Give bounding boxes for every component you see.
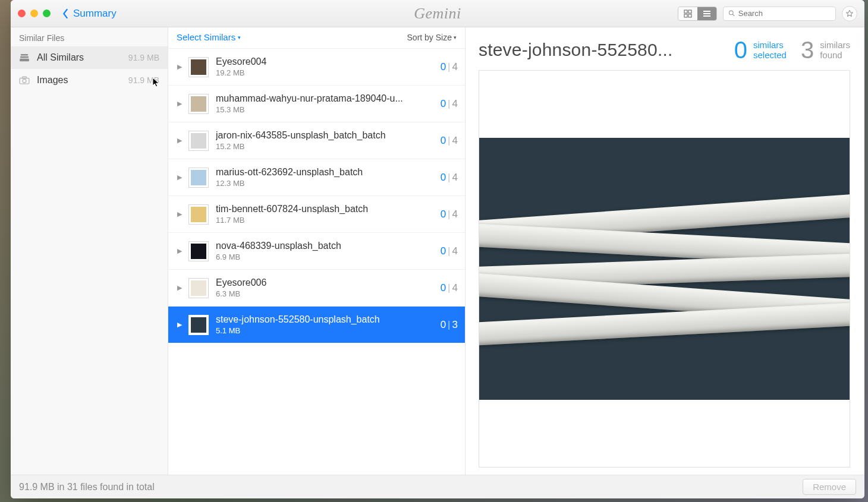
file-row[interactable]: ▶steve-johnson-552580-unsplash_batch5.1 …: [168, 307, 465, 343]
preview-image: [479, 138, 850, 399]
file-thumbnail: [188, 131, 209, 151]
search-icon: [728, 10, 735, 17]
selected-count: 0: [441, 98, 446, 109]
file-counts: 0|4: [436, 245, 458, 257]
sort-label: Sort by Size: [407, 33, 452, 42]
search-input[interactable]: [738, 9, 831, 18]
file-size: 6.3 MB: [216, 289, 436, 298]
disclosure-triangle-icon[interactable]: ▶: [174, 100, 185, 108]
file-row[interactable]: ▶nova-468339-unsplash_batch6.9 MB0|4: [168, 233, 465, 270]
selected-count: 0: [441, 245, 446, 257]
star-icon: [845, 10, 854, 18]
list-icon: [703, 10, 711, 18]
traffic-lights: [18, 10, 51, 17]
total-count: 3: [452, 319, 458, 330]
selected-count: 0: [441, 61, 446, 72]
found-count: 3: [801, 38, 814, 62]
sidebar-item-all-similars[interactable]: All Similars 91.9 MB: [11, 46, 168, 69]
selected-label-1: similars: [753, 40, 787, 50]
file-thumbnail: [188, 204, 209, 225]
file-list[interactable]: ▶Eyesore00419.2 MB0|4▶muhammad-wahyu-nur…: [168, 49, 465, 475]
file-meta: muhammad-wahyu-nur-pratama-189040-u...15…: [216, 93, 436, 114]
svg-line-8: [732, 14, 734, 16]
svg-rect-3: [688, 14, 691, 17]
svg-rect-2: [684, 14, 687, 17]
file-row[interactable]: ▶jaron-nix-643585-unsplash_batch_batch15…: [168, 122, 465, 159]
file-counts: 0|4: [436, 282, 458, 294]
total-count: 4: [452, 282, 458, 293]
grid-icon: [684, 10, 692, 18]
file-name: marius-ott-623692-unsplash_batch: [216, 167, 436, 178]
selected-count: 0: [441, 209, 446, 220]
file-meta: marius-ott-623692-unsplash_batch12.3 MB: [216, 167, 436, 188]
file-meta: Eyesore00419.2 MB: [216, 56, 436, 77]
sidebar-item-images[interactable]: Images 91.9 MB: [11, 69, 168, 91]
detail-header: steve-johnson-552580... 0 similars selec…: [479, 38, 850, 62]
selected-count: 0: [441, 172, 446, 183]
file-row[interactable]: ▶tim-bennett-607824-unsplash_batch11.7 M…: [168, 196, 465, 233]
remove-button[interactable]: Remove: [803, 479, 856, 495]
file-meta: tim-bennett-607824-unsplash_batch11.7 MB: [216, 204, 436, 225]
file-thumbnail: [188, 278, 209, 298]
file-size: 12.3 MB: [216, 179, 436, 188]
search-field[interactable]: [723, 7, 836, 21]
file-row[interactable]: ▶muhammad-wahyu-nur-pratama-189040-u...1…: [168, 86, 465, 122]
file-row[interactable]: ▶Eyesore00419.2 MB0|4: [168, 49, 465, 86]
disclosure-triangle-icon[interactable]: ▶: [174, 137, 185, 144]
file-thumbnail: [188, 241, 209, 261]
chevron-down-icon: ▾: [238, 34, 241, 40]
back-button[interactable]: Summary: [61, 8, 117, 20]
select-similars-label: Select Similars: [177, 32, 235, 42]
maximize-window-button[interactable]: [43, 10, 51, 17]
file-counts: 0|3: [436, 319, 458, 331]
list-view-button[interactable]: [697, 7, 716, 20]
app-window: Summary Gemini: [11, 0, 864, 498]
total-count: 4: [452, 172, 458, 183]
titlebar-right: [678, 6, 857, 21]
sort-button[interactable]: Sort by Size ▾: [407, 33, 457, 42]
view-toggle: [678, 7, 717, 21]
file-name: muhammad-wahyu-nur-pratama-189040-u...: [216, 93, 436, 104]
stat-selected: 0 similars selected: [734, 38, 787, 62]
sidebar-item-size: 91.9 MB: [128, 53, 159, 62]
svg-rect-0: [684, 10, 687, 13]
disclosure-triangle-icon[interactable]: ▶: [174, 63, 185, 71]
preview-frame: [479, 70, 850, 468]
file-thumbnail: [188, 57, 209, 77]
svg-point-7: [729, 11, 733, 15]
close-window-button[interactable]: [18, 10, 26, 17]
file-size: 5.1 MB: [216, 326, 436, 335]
grid-view-button[interactable]: [678, 7, 697, 20]
back-label: Summary: [73, 8, 117, 20]
chevron-down-icon: ▾: [454, 34, 457, 40]
total-count: 4: [452, 135, 458, 146]
file-size: 19.2 MB: [216, 68, 436, 77]
disclosure-triangle-icon[interactable]: ▶: [174, 210, 185, 218]
file-name: tim-bennett-607824-unsplash_batch: [216, 204, 436, 214]
svg-rect-5: [703, 13, 710, 14]
disclosure-triangle-icon[interactable]: ▶: [174, 247, 185, 255]
file-list-header: Select Similars ▾ Sort by Size ▾: [168, 27, 465, 49]
file-thumbnail: [188, 94, 209, 114]
file-row[interactable]: ▶marius-ott-623692-unsplash_batch12.3 MB…: [168, 159, 465, 196]
found-label-1: similars: [820, 40, 850, 50]
svg-rect-10: [20, 56, 29, 58]
star-button[interactable]: [842, 6, 857, 21]
main-area: Similar Files All Similars 91.9 MB Image…: [11, 27, 864, 475]
svg-rect-1: [688, 10, 691, 13]
sidebar-header: Similar Files: [11, 27, 168, 46]
file-counts: 0|4: [436, 172, 458, 184]
file-row[interactable]: ▶Eyesore0066.3 MB0|4: [168, 270, 465, 307]
select-similars-button[interactable]: Select Similars ▾: [177, 32, 241, 42]
disclosure-triangle-icon[interactable]: ▶: [174, 173, 185, 181]
minimize-window-button[interactable]: [30, 10, 38, 17]
sidebar-item-label: Images: [37, 75, 68, 86]
total-count: 4: [452, 245, 458, 257]
disclosure-triangle-icon[interactable]: ▶: [174, 284, 185, 292]
sidebar-item-size: 91.9 MB: [128, 75, 159, 85]
file-name: jaron-nix-643585-unsplash_batch_batch: [216, 130, 436, 141]
disclosure-triangle-icon[interactable]: ▶: [174, 321, 185, 329]
file-size: 15.3 MB: [216, 105, 436, 114]
file-size: 6.9 MB: [216, 252, 436, 261]
file-list-panel: Select Similars ▾ Sort by Size ▾ ▶Eyesor…: [168, 27, 466, 475]
